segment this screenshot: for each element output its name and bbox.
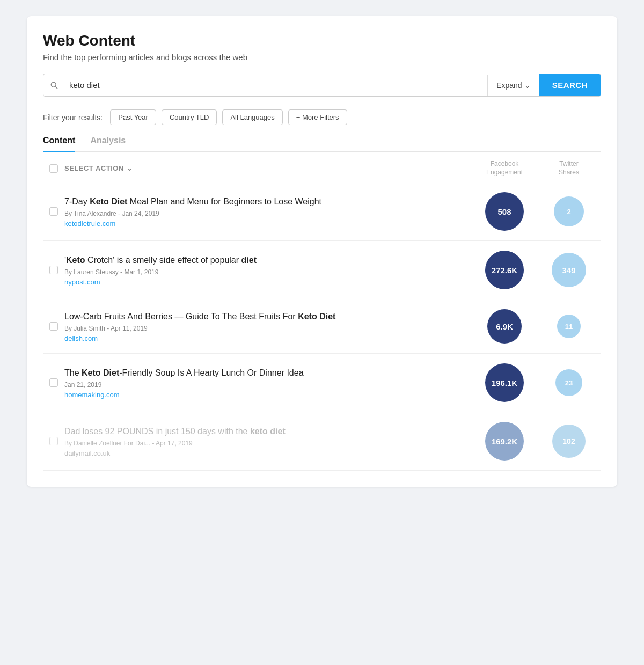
twitter-circle: 23 (555, 369, 582, 396)
tab-analysis[interactable]: Analysis (90, 136, 126, 152)
article-info: 'Keto Crotch' is a smelly side effect of… (64, 254, 472, 286)
facebook-metric: 272.6K (472, 251, 537, 289)
row-checkbox[interactable] (49, 207, 58, 216)
search-button[interactable]: SEARCH (539, 74, 601, 96)
filter-past-year[interactable]: Past Year (110, 109, 156, 125)
twitter-circle: 2 (554, 196, 584, 226)
article-source[interactable]: delish.com (64, 334, 472, 342)
chevron-down-icon: ⌄ (524, 81, 531, 90)
article-info: The Keto Diet-Friendly Soup Is A Hearty … (64, 367, 472, 399)
article-title: 7-Day Keto Diet Meal Plan and Menu for B… (64, 195, 472, 208)
facebook-circle: 169.2K (485, 422, 524, 461)
row-checkbox[interactable] (49, 322, 58, 331)
table-row: 'Keto Crotch' is a smelly side effect of… (43, 241, 601, 299)
filter-label: Filter your results: (43, 113, 103, 122)
tabs-row: Content Analysis (43, 136, 601, 152)
filter-row: Filter your results: Past Year Country T… (43, 109, 601, 125)
article-info: Dad loses 92 POUNDS in just 150 days wit… (64, 425, 472, 457)
table-row: 7-Day Keto Diet Meal Plan and Menu for B… (43, 182, 601, 241)
tab-content[interactable]: Content (43, 136, 75, 152)
page-title: Web Content (43, 32, 601, 49)
search-icon (43, 81, 65, 90)
table-row: The Keto Diet-Friendly Soup Is A Hearty … (43, 354, 601, 412)
search-bar: Expand ⌄ SEARCH (43, 74, 601, 97)
facebook-metric: 6.9K (472, 309, 537, 344)
table-row: Low-Carb Fruits And Berries — Guide To T… (43, 299, 601, 354)
twitter-metric: 2 (537, 196, 601, 226)
facebook-circle: 6.9K (487, 309, 522, 344)
filter-country-tld[interactable]: Country TLD (162, 109, 217, 125)
twitter-metric: 349 (537, 253, 601, 287)
article-title: The Keto Diet-Friendly Soup Is A Hearty … (64, 367, 472, 379)
table-header: SELECT ACTION ⌄ FacebookEngagement Twitt… (43, 152, 601, 182)
article-source[interactable]: ketodietrule.com (64, 220, 472, 228)
expand-button[interactable]: Expand ⌄ (487, 75, 539, 96)
facebook-circle: 272.6K (485, 251, 524, 289)
page-container: Web Content Find the top performing arti… (27, 16, 617, 487)
article-title: Low-Carb Fruits And Berries — Guide To T… (64, 310, 472, 323)
article-meta: By Tina Alexandre - Jan 24, 2019 (64, 210, 472, 217)
row-checkbox-col (43, 437, 64, 445)
facebook-circle: 196.1K (485, 363, 524, 402)
article-meta: By Danielle Zoellner For Dai... - Apr 17… (64, 440, 472, 447)
article-info: 7-Day Keto Diet Meal Plan and Menu for B… (64, 195, 472, 228)
header-checkbox-col (43, 164, 64, 173)
row-checkbox-col (43, 266, 64, 274)
row-checkbox[interactable] (49, 378, 58, 387)
twitter-metric: 11 (537, 315, 601, 338)
select-action-col: SELECT ACTION ⌄ (64, 164, 472, 172)
article-source[interactable]: nypost.com (64, 278, 472, 286)
select-all-checkbox[interactable] (49, 164, 58, 173)
twitter-circle: 11 (557, 315, 581, 338)
twitter-circle: 102 (552, 425, 586, 458)
row-checkbox[interactable] (49, 437, 58, 445)
facebook-metric: 196.1K (472, 363, 537, 402)
article-meta: Jan 21, 2019 (64, 381, 472, 389)
facebook-metric: 508 (472, 192, 537, 231)
page-subtitle: Find the top performing articles and blo… (43, 53, 601, 62)
row-checkbox-col (43, 378, 64, 387)
article-info: Low-Carb Fruits And Berries — Guide To T… (64, 310, 472, 342)
article-meta: By Julia Smith - Apr 11, 2019 (64, 325, 472, 332)
article-source[interactable]: dailymail.co.uk (64, 449, 472, 457)
select-action-label[interactable]: SELECT ACTION ⌄ (64, 164, 472, 172)
filter-all-languages[interactable]: All Languages (222, 109, 282, 125)
search-input[interactable] (65, 74, 487, 96)
twitter-header-label: TwitterShares (537, 160, 601, 177)
twitter-metric: 23 (537, 369, 601, 396)
filter-more-filters[interactable]: + More Filters (288, 109, 347, 125)
facebook-metric: 169.2K (472, 422, 537, 461)
article-title: Dad loses 92 POUNDS in just 150 days wit… (64, 425, 472, 437)
facebook-col-header: FacebookEngagement (472, 160, 537, 177)
facebook-circle: 508 (485, 192, 524, 231)
twitter-circle: 349 (552, 253, 586, 287)
twitter-col-header: TwitterShares (537, 160, 601, 177)
facebook-header-label: FacebookEngagement (472, 160, 537, 177)
twitter-metric: 102 (537, 425, 601, 458)
article-title: 'Keto Crotch' is a smelly side effect of… (64, 254, 472, 266)
results-table: SELECT ACTION ⌄ FacebookEngagement Twitt… (43, 152, 601, 471)
row-checkbox-col (43, 322, 64, 331)
article-source[interactable]: homemaking.com (64, 391, 472, 399)
row-checkbox-col (43, 207, 64, 216)
svg-line-1 (55, 86, 57, 89)
article-meta: By Lauren Steussy - Mar 1, 2019 (64, 268, 472, 276)
row-checkbox[interactable] (49, 266, 58, 274)
table-row: Dad loses 92 POUNDS in just 150 days wit… (43, 412, 601, 471)
chevron-down-icon: ⌄ (127, 164, 133, 172)
